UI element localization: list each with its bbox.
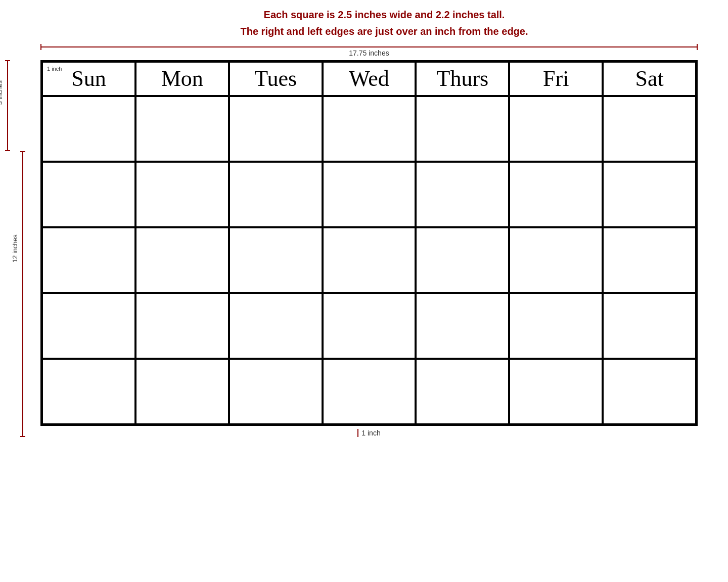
table-row: [509, 96, 603, 162]
table-row: [229, 359, 323, 424]
calendar-header-mon: Mon: [135, 62, 229, 96]
horizontal-measure-container: 17.75 inches: [40, 46, 698, 57]
page-container: Each square is 2.5 inches wide and 2.2 i…: [0, 0, 728, 582]
table-row: [229, 293, 323, 359]
measure-12inches-line: [22, 151, 23, 437]
table-row: [603, 359, 696, 424]
bottom-measure-label: 1 inch: [361, 429, 380, 437]
table-row: [42, 293, 135, 359]
day-label-mon: Mon: [161, 68, 203, 90]
table-row: [135, 96, 229, 162]
day-label-sun: Sun: [71, 68, 106, 90]
calendar-header-tues: Tues: [229, 62, 323, 96]
horizontal-measure-line: [40, 46, 698, 47]
measure-3inches-label: 3 inches: [0, 80, 4, 105]
day-label-sat: Sat: [635, 68, 663, 90]
table-row: [603, 96, 696, 162]
table-row: [416, 359, 509, 424]
day-label-thurs: Thurs: [437, 68, 489, 90]
table-row: [229, 96, 323, 162]
table-row: [416, 96, 509, 162]
left-measurements: 3 inches 12 inches: [0, 60, 40, 437]
table-row: [416, 162, 509, 227]
table-row: [135, 359, 229, 424]
table-row: [416, 293, 509, 359]
table-row: [323, 359, 416, 424]
calendar-grid: 1 inch Sun Mon Tues Wed Thurs Fri: [40, 60, 698, 426]
bottom-measure-container: 1 inch: [40, 429, 698, 437]
day-label-tues: Tues: [254, 68, 297, 90]
table-row: [509, 293, 603, 359]
table-row: [509, 227, 603, 293]
table-row: [509, 162, 603, 227]
table-row: [323, 227, 416, 293]
table-row: [42, 227, 135, 293]
table-row: [323, 293, 416, 359]
table-row: [416, 227, 509, 293]
table-row: [323, 96, 416, 162]
bottom-measure-tick: [357, 429, 358, 437]
day-label-fri: Fri: [543, 68, 569, 90]
table-row: [603, 227, 696, 293]
table-row: [603, 293, 696, 359]
calendar-header-wed: Wed: [323, 62, 416, 96]
table-row: [135, 227, 229, 293]
measure-12inches-label: 12 inches: [11, 234, 19, 263]
measure-3inches-line: [7, 60, 8, 151]
table-row: [135, 293, 229, 359]
table-row: [42, 96, 135, 162]
horizontal-measure-label: 17.75 inches: [349, 49, 389, 57]
table-row: [509, 359, 603, 424]
day-label-wed: Wed: [349, 68, 389, 90]
table-row: [229, 227, 323, 293]
annotation-line1: Each square is 2.5 inches wide and 2.2 i…: [40, 9, 728, 21]
calendar-header-sat: Sat: [603, 62, 696, 96]
calendar-header-thurs: Thurs: [416, 62, 509, 96]
calendar-header-fri: Fri: [509, 62, 603, 96]
table-row: [135, 162, 229, 227]
calendar-header-sun: 1 inch Sun: [42, 62, 135, 96]
annotation-line2: The right and left edges are just over a…: [40, 26, 728, 37]
inch-badge: 1 inch: [47, 66, 62, 72]
table-row: [42, 162, 135, 227]
table-row: [229, 162, 323, 227]
table-row: [323, 162, 416, 227]
measure-12inches-container: 12 inches: [15, 60, 30, 437]
main-layout: 3 inches 12 inches 1 inch Sun Mon Tu: [0, 60, 728, 437]
table-row: [603, 162, 696, 227]
table-row: [42, 359, 135, 424]
calendar-wrapper: 1 inch Sun Mon Tues Wed Thurs Fri: [40, 60, 698, 437]
top-annotations: Each square is 2.5 inches wide and 2.2 i…: [40, 0, 728, 46]
